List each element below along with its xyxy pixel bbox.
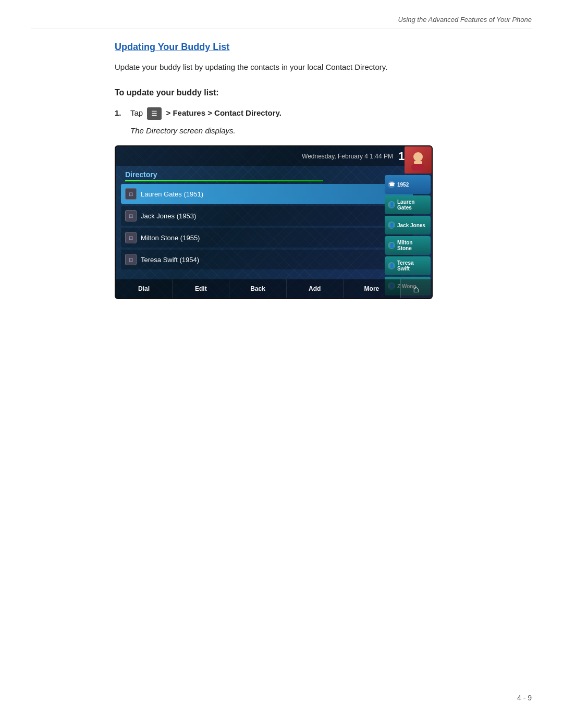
more-button[interactable]: More <box>344 279 400 298</box>
right-btn-icon: 👤 <box>388 262 395 269</box>
phone-datetime: Wednesday, February 4 1:44 PM <box>121 153 398 160</box>
step-number: 1. <box>115 107 125 119</box>
contact-item[interactable]: ⊡ Lauren Gates (1951) <box>121 184 413 204</box>
add-button[interactable]: Add <box>287 279 344 298</box>
right-btn-icon: 👤 <box>388 201 395 208</box>
phone-toolbar: Dial Edit Back Add More ⌂ <box>116 279 432 298</box>
home-button[interactable]: ⌂ <box>400 279 432 298</box>
step-1: 1. Tap ☰ > Features > Contact Directory. <box>115 107 469 120</box>
right-btn-lauren[interactable]: 👤 Lauren Gates <box>385 195 431 214</box>
dial-button[interactable]: Dial <box>116 279 173 298</box>
right-btn-label: Lauren Gates <box>397 199 427 211</box>
header-divider <box>31 29 532 29</box>
section-title: Updating Your Buddy List <box>115 42 469 53</box>
right-btn-jack[interactable]: 👤 Jack Jones <box>385 216 431 235</box>
right-btn-label: 1952 <box>397 182 409 188</box>
phone-screen: Wednesday, February 4 1:44 PM 1952 Direc… <box>115 145 433 299</box>
right-btn-icon: 👤 <box>388 221 395 229</box>
contact-item[interactable]: ⊡ Teresa Swift (1954) <box>121 250 413 269</box>
section-body: Update your buddy list by updating the c… <box>115 61 469 73</box>
contact-icon: ⊡ <box>125 254 137 265</box>
menu-button-icon[interactable]: ☰ <box>147 107 162 120</box>
step-tap-label: Tap <box>130 108 143 117</box>
right-btn-icon: ☎ <box>388 181 395 188</box>
right-btn-label: Jack Jones <box>397 223 425 228</box>
page-number: 4 - 9 <box>517 694 532 702</box>
step-path: > Features > Contact Directory. <box>166 108 282 117</box>
right-btn-label: Teresa Swift <box>397 260 427 272</box>
right-btn-milton[interactable]: 👤 Milton Stone <box>385 236 431 255</box>
contact-icon: ⊡ <box>125 232 137 243</box>
directory-green-line <box>125 180 323 181</box>
chapter-title: Using the Advanced Features of Your Phon… <box>398 16 532 23</box>
right-btn-label: Milton Stone <box>397 240 427 251</box>
contact-name: Milton Stone (1955) <box>141 234 200 242</box>
right-btn-teresa[interactable]: 👤 Teresa Swift <box>385 256 431 275</box>
main-content: Updating Your Buddy List Update your bud… <box>115 42 469 299</box>
contact-name: Lauren Gates (1951) <box>141 190 203 198</box>
right-btn-extension[interactable]: ☎ 1952 <box>385 175 431 194</box>
right-btn-icon: 👤 <box>388 242 395 249</box>
contact-name: Teresa Swift (1954) <box>141 256 199 264</box>
step-note: The Directory screen displays. <box>130 126 469 135</box>
contact-item[interactable]: ⊡ Milton Stone (1955) <box>121 228 413 248</box>
contact-name: Jack Jones (1953) <box>141 212 196 220</box>
contact-icon: ⊡ <box>125 188 137 200</box>
right-buttons-panel: ☎ 1952 👤 Lauren Gates 👤 Jack Jones 👤 Mil… <box>385 146 432 298</box>
phone-screen-wrapper: Wednesday, February 4 1:44 PM 1952 Direc… <box>115 145 469 299</box>
edit-button[interactable]: Edit <box>173 279 229 298</box>
contact-item[interactable]: ⊡ Jack Jones (1953) <box>121 206 413 226</box>
step-content: Tap ☰ > Features > Contact Directory. <box>130 107 469 120</box>
subsection-title: To update your buddy list: <box>115 88 469 97</box>
home-icon: ⌂ <box>413 283 419 295</box>
back-button[interactable]: Back <box>229 279 286 298</box>
contact-list: ⊡ Lauren Gates (1951) ⊡ Jack Jones (1953… <box>121 184 413 272</box>
contact-icon: ⊡ <box>125 210 137 221</box>
